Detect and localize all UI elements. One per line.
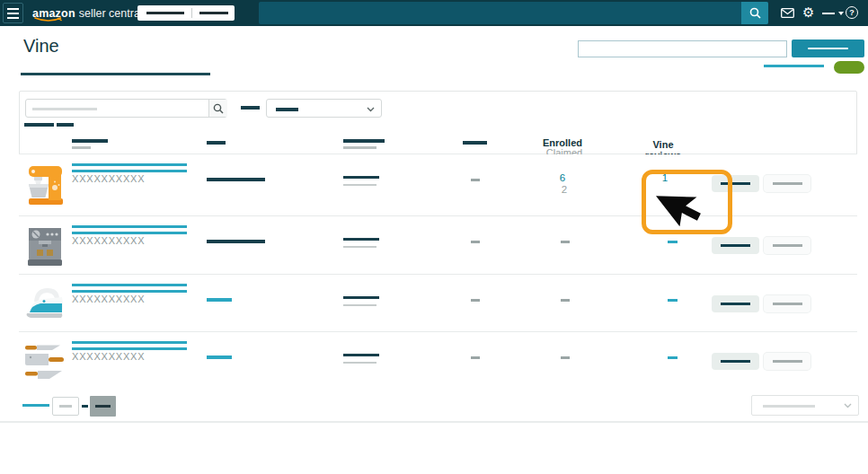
- product-image-clothes-iron: [22, 282, 67, 327]
- search-placeholder-redacted: [32, 108, 97, 110]
- seller-central-logo[interactable]: amazon seller central: [32, 0, 143, 26]
- product-title-redacted: [72, 341, 187, 344]
- row-action-button-secondary[interactable]: [764, 353, 810, 370]
- country-value-redacted: [199, 12, 228, 14]
- col2-value-redacted: [207, 240, 265, 243]
- col-product-header-redacted: [72, 139, 108, 143]
- row-action-button-secondary[interactable]: [764, 295, 810, 312]
- search-icon: [749, 7, 761, 19]
- filter-link-redacted[interactable]: [24, 123, 54, 127]
- footer-separator: [0, 421, 868, 423]
- vine-reviews-link-redacted[interactable]: [668, 356, 678, 359]
- settings-button[interactable]: ⚙: [802, 4, 814, 21]
- filter-dropdown[interactable]: [266, 99, 382, 118]
- search-icon: [213, 103, 224, 114]
- button-label-redacted: [773, 303, 802, 305]
- account-menu-button[interactable]: [822, 12, 844, 15]
- col4-value-redacted: [471, 299, 480, 302]
- col2-value-redacted: [207, 178, 265, 181]
- table-row[interactable]: XXXXXXXXXX: [19, 331, 857, 389]
- claimed-count: 2: [537, 184, 591, 195]
- button-label-redacted: [721, 303, 750, 305]
- product-asin: XXXXXXXXXX: [72, 173, 145, 184]
- table-header-row: Enrolled Claimed Vine reviews: [19, 130, 857, 154]
- gear-icon: ⚙: [802, 4, 814, 21]
- product-image-kitchen-knives: [22, 339, 67, 384]
- account-label-redacted: [822, 13, 835, 15]
- vine-page: amazon seller central: [0, 0, 868, 474]
- button-label-redacted: [773, 182, 802, 185]
- row-action-button-secondary[interactable]: [764, 237, 810, 254]
- page-size-value-redacted: [763, 405, 815, 408]
- marketplace-value-redacted: [146, 12, 184, 14]
- chevron-down-icon: [838, 12, 844, 15]
- marketplace-switcher[interactable]: [137, 5, 235, 21]
- page-size-dropdown[interactable]: [751, 395, 859, 416]
- product-title-redacted: [72, 284, 187, 286]
- pagination-current-page[interactable]: [90, 396, 116, 417]
- table-row[interactable]: XXXXXXXXXX: [19, 274, 857, 331]
- col4-value-redacted: [471, 356, 480, 359]
- seller-central-text: seller central: [79, 7, 143, 20]
- nav-search-input[interactable]: [259, 2, 768, 24]
- envelope-icon: [781, 8, 794, 18]
- status-toggle-pill[interactable]: [834, 61, 864, 74]
- table-search-button[interactable]: [208, 100, 227, 117]
- col3-value-redacted: [343, 354, 379, 356]
- button-label-redacted: [721, 360, 750, 363]
- col2-value-redacted: [207, 356, 232, 359]
- chevron-down-icon: [844, 403, 852, 408]
- header-primary-button[interactable]: [792, 40, 864, 57]
- filter-selected-value-redacted: [276, 108, 298, 111]
- product-image-espresso-machine: [22, 224, 67, 268]
- amazon-logo-text: amazon: [32, 7, 75, 20]
- row-action-button-primary[interactable]: [712, 295, 759, 312]
- chevron-down-icon: [367, 107, 375, 112]
- enrolled-empty: [561, 299, 570, 302]
- row-action-button-primary[interactable]: [712, 353, 759, 370]
- product-title-redacted: [72, 225, 187, 228]
- row-action-button-secondary[interactable]: [764, 175, 810, 192]
- pagination-page-button[interactable]: [52, 397, 79, 416]
- hamburger-icon: [7, 8, 19, 10]
- button-label-redacted: [773, 360, 802, 363]
- enrolled-empty: [561, 356, 570, 359]
- amazon-smile-icon: [34, 17, 63, 22]
- col3-value-redacted: [343, 176, 379, 179]
- col3-value-redacted: [343, 238, 379, 241]
- button-label-redacted: [721, 244, 750, 247]
- header-search-input[interactable]: [578, 40, 787, 57]
- page-title: Vine: [23, 36, 59, 57]
- col3-value-redacted: [343, 296, 379, 299]
- col2-value-redacted: [207, 298, 232, 302]
- row-action-button-primary[interactable]: [712, 237, 759, 254]
- pagination-separator: [82, 405, 88, 408]
- hamburger-menu-button[interactable]: [3, 3, 23, 23]
- enrolled-count-link[interactable]: 6: [536, 172, 589, 183]
- button-label-redacted: [808, 48, 848, 50]
- col3-header-redacted: [343, 139, 385, 143]
- vine-reviews-link-redacted[interactable]: [668, 241, 678, 243]
- col2-header-redacted: [207, 141, 226, 145]
- nav-search-button[interactable]: [741, 2, 768, 24]
- table-search-input[interactable]: [25, 99, 227, 118]
- product-asin: XXXXXXXXXX: [72, 235, 145, 246]
- col4-value-redacted: [471, 179, 480, 181]
- button-label-redacted: [773, 244, 802, 247]
- top-nav-bar: amazon seller central: [0, 0, 868, 26]
- product-asin: XXXXXXXXXX: [72, 294, 145, 304]
- col4-value-redacted: [471, 241, 480, 243]
- product-asin: XXXXXXXXXX: [72, 351, 145, 362]
- col4-header-redacted: [463, 141, 487, 145]
- vine-reviews-link-redacted[interactable]: [668, 299, 678, 302]
- filter-link-redacted[interactable]: [57, 123, 74, 127]
- product-title-redacted: [72, 163, 187, 166]
- enrolled-empty: [561, 241, 570, 243]
- header-link-redacted[interactable]: [764, 65, 824, 67]
- active-tab-underline: [21, 73, 210, 75]
- help-button[interactable]: ?: [846, 6, 858, 19]
- messages-button[interactable]: [781, 8, 794, 18]
- product-image-stand-mixer: [22, 162, 67, 206]
- filter-label-redacted: [241, 106, 260, 110]
- pagination-prev-link[interactable]: [22, 404, 49, 407]
